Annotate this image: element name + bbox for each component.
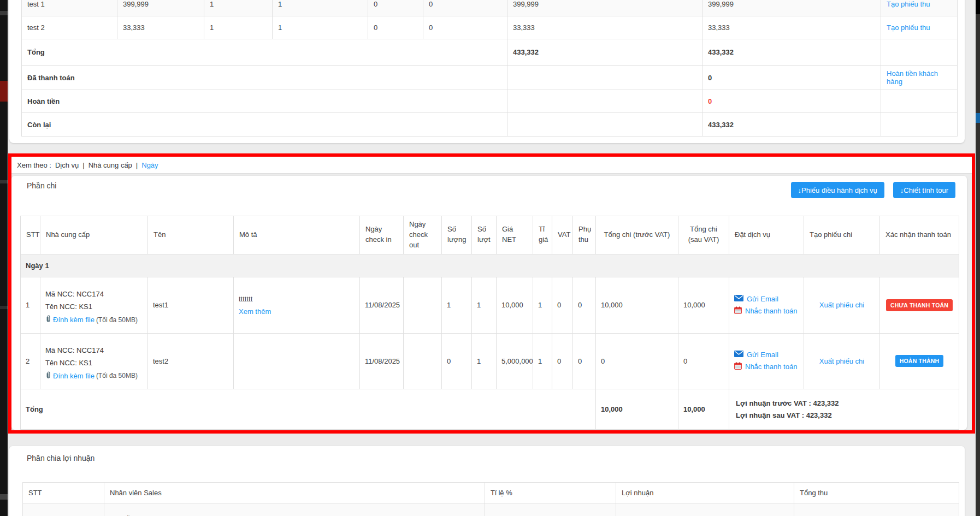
- view-by-supplier[interactable]: Nhà cung cấp: [88, 161, 132, 169]
- right-edge-strip: [976, 0, 980, 516]
- day-group-row: Ngày 1: [21, 254, 959, 277]
- phan-chia-title: Phân chia lợi nhuận: [27, 454, 95, 462]
- xuat-phieu-chi-link[interactable]: Xuất phiếu chi: [819, 357, 864, 365]
- button-label: Phiếu điều hành dịch vụ: [801, 186, 877, 194]
- left-edge-fragment: [0, 494, 8, 500]
- cell: Tạo phiếu thu: [881, 0, 958, 16]
- cell: 100: [485, 503, 616, 516]
- xuat-phieu-chi-link[interactable]: Xuất phiếu chi: [819, 301, 864, 309]
- gui-email-link[interactable]: Gửi Email: [747, 351, 778, 359]
- col-header: Giá NET: [497, 216, 533, 254]
- cell: 1: [533, 333, 552, 389]
- cell: 5,000,000: [497, 333, 533, 389]
- cell: 0: [573, 333, 596, 389]
- cell: 11/08/2025: [360, 333, 404, 389]
- col-header: Tỉ giá: [533, 216, 552, 254]
- gui-email-link[interactable]: Gửi Email: [747, 295, 778, 303]
- cell: [881, 90, 958, 113]
- col-header: Nhân viên Sales: [104, 483, 485, 503]
- sales-name-cell: Nguyễn Ngọc Thoa cho: [104, 503, 485, 516]
- row-label: Tổng: [21, 389, 596, 429]
- col-header: Ngày check in: [360, 216, 404, 254]
- view-by-day[interactable]: Ngày: [141, 161, 158, 169]
- col-header: VAT: [552, 216, 573, 254]
- table-row: test 1 399,999 1 1 0 0 399,999 399,999 T…: [22, 0, 958, 16]
- cell: 1: [442, 277, 472, 333]
- attach-note: (Tối đa 50MB): [96, 372, 138, 379]
- separator: |: [82, 161, 84, 169]
- supplier-name: Tên NCC: KS1: [45, 359, 143, 367]
- description-cell: ttttttt Xem thêm: [234, 277, 360, 333]
- phieu-dieu-hanh-button[interactable]: ↓Phiếu điều hành dịch vụ: [791, 182, 884, 198]
- book-service-cell: Gửi Email Nhắc thanh toán: [729, 277, 804, 333]
- cell: 10,000: [497, 277, 533, 333]
- cell: Tạo phiếu thu: [881, 16, 958, 39]
- refund-row: Hoàn tiền 0: [22, 90, 958, 113]
- cell: 11/08/2025: [360, 277, 404, 333]
- profit-cell: Lợi nhuận trước VAT : 423,332 Lợi nhuận …: [729, 389, 959, 429]
- cell: Xuất phiếu chi: [804, 277, 880, 333]
- status-badge[interactable]: HOÀN THÀNH: [895, 355, 944, 367]
- col-header: Tổng chi (sau VAT): [678, 216, 729, 254]
- cell: Hoàn tiền khách hàng: [881, 66, 958, 90]
- cell: CHƯA THANH TOÁN: [880, 277, 959, 333]
- cell: [507, 66, 702, 90]
- tao-phieu-thu-link[interactable]: Tạo phiếu thu: [887, 23, 930, 32]
- attach-file-link[interactable]: Đính kèm file: [53, 372, 95, 380]
- cell: 10,000: [596, 277, 678, 333]
- cell: 0: [596, 333, 678, 389]
- cell: 0: [368, 0, 423, 16]
- book-service-cell: Gửi Email Nhắc thanh toán: [729, 333, 804, 389]
- nhac-thanh-toan-link[interactable]: Nhắc thanh toán: [745, 363, 797, 371]
- cell: 433,332: [794, 503, 959, 516]
- col-header: Số lượng: [442, 216, 472, 254]
- day-group-label: Ngày 1: [21, 254, 959, 277]
- supplier-code: Mã NCC: NCC174: [45, 290, 143, 298]
- cell: 0: [368, 16, 423, 39]
- hoan-tien-khach-hang-link[interactable]: Hoàn tiền khách hàng: [887, 69, 938, 86]
- attach-file-link[interactable]: Đính kèm file: [53, 316, 95, 324]
- xem-them-link[interactable]: Xem thêm: [239, 307, 271, 316]
- table-row: 1 Nguyễn Ngọc Thoa cho 100 423,332 433,3…: [23, 503, 959, 516]
- col-header: Tổng chi (trước VAT): [596, 216, 678, 254]
- cell: 399,999: [117, 0, 204, 16]
- cell: 0: [702, 66, 881, 90]
- cell: 33,333: [702, 16, 881, 39]
- left-edge-fragment: [0, 11, 8, 15]
- cell: 10,000: [678, 277, 729, 333]
- col-header: Lợi nhuận: [616, 483, 794, 503]
- cell: 399,999: [507, 0, 702, 16]
- cell: 1: [273, 0, 368, 16]
- row-label: Còn lại: [22, 113, 507, 137]
- row-label: Tổng: [22, 39, 507, 66]
- supplier-code: Mã NCC: NCC174: [45, 346, 143, 354]
- email-icon: [734, 351, 743, 359]
- left-edge-fragment: [0, 180, 8, 183]
- col-header: Tỉ lệ %: [485, 483, 616, 503]
- cell: [881, 113, 958, 137]
- paperclip-icon: [45, 315, 51, 324]
- tao-phieu-thu-link[interactable]: Tạo phiếu thu: [887, 0, 930, 8]
- cell: 33,333: [117, 16, 204, 39]
- cell: [881, 39, 958, 66]
- chiet-tinh-tour-button[interactable]: ↓Chiết tính tour: [893, 182, 955, 198]
- right-edge-fragment: [976, 0, 980, 14]
- cell: 1: [273, 16, 368, 39]
- nhac-thanh-toan-link[interactable]: Nhắc thanh toán: [745, 307, 797, 315]
- cell: 0: [552, 277, 573, 333]
- cell: 0: [573, 277, 596, 333]
- row-label: test 1: [22, 0, 117, 16]
- separator: |: [136, 161, 138, 169]
- view-by-service[interactable]: Dịch vụ: [55, 161, 79, 169]
- paperclip-icon: [45, 371, 51, 381]
- col-header: STT: [21, 216, 40, 254]
- cell: [404, 277, 442, 333]
- attach-note: (Tối đa 50MB): [96, 316, 138, 324]
- col-header: Xác nhận thanh toán: [880, 216, 959, 254]
- cell: 0: [442, 333, 472, 389]
- cell: 0: [702, 90, 881, 113]
- status-badge[interactable]: CHƯA THANH TOÁN: [886, 299, 953, 311]
- col-header: Nhà cung cấp: [40, 216, 148, 254]
- col-header: Số lượt: [472, 216, 497, 254]
- cell: 0: [423, 16, 507, 39]
